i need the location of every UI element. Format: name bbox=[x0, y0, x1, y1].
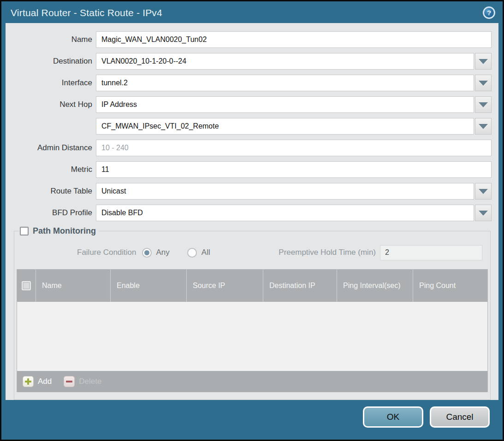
interface-dropdown-button[interactable] bbox=[475, 75, 492, 91]
chevron-down-icon bbox=[479, 189, 488, 194]
next-hop-address-dropdown-button[interactable] bbox=[475, 118, 492, 135]
preemptive-hold-time-label: Preemptive Hold Time (min) bbox=[279, 248, 376, 257]
metric-input[interactable] bbox=[96, 161, 492, 178]
failure-condition-label: Failure Condition bbox=[77, 248, 136, 257]
metric-label: Metric bbox=[7, 165, 96, 174]
form-row-bfd-profile: BFD Profile bbox=[7, 205, 492, 221]
next-hop-type-dropdown-button[interactable] bbox=[475, 96, 492, 113]
preemptive-hold-time-input[interactable] bbox=[380, 245, 482, 260]
failure-condition-all-label: All bbox=[202, 248, 210, 257]
table-body-empty bbox=[17, 302, 487, 371]
form-row-admin-distance: Admin Distance bbox=[7, 140, 492, 156]
form-row-metric: Metric bbox=[7, 161, 492, 178]
destination-label: Destination bbox=[7, 57, 96, 66]
form-row-destination: Destination bbox=[7, 53, 492, 70]
form-row-route-table: Route Table bbox=[7, 183, 492, 200]
radio-selected-dot bbox=[144, 250, 149, 255]
route-table-input[interactable] bbox=[96, 183, 474, 200]
dialog-titlebar: Virtual Router - Static Route - IPv4 ? bbox=[1, 1, 503, 23]
table-header-source-ip: Source IP bbox=[186, 270, 263, 302]
ok-button[interactable]: OK bbox=[363, 406, 423, 428]
admin-distance-label: Admin Distance bbox=[7, 143, 96, 153]
failure-condition-all-radio[interactable] bbox=[187, 248, 197, 258]
failure-condition-row: Failure Condition Any All Preemptive Hol… bbox=[17, 244, 482, 261]
interface-label: Interface bbox=[7, 78, 96, 88]
next-hop-address-input[interactable] bbox=[96, 118, 474, 135]
next-hop-type-input[interactable] bbox=[96, 96, 474, 113]
bfd-profile-input[interactable] bbox=[96, 205, 474, 221]
delete-button-label: Delete bbox=[79, 377, 101, 386]
destination-input[interactable] bbox=[96, 53, 474, 70]
chevron-down-icon bbox=[479, 59, 488, 64]
interface-input[interactable] bbox=[96, 75, 474, 91]
failure-condition-any-label: Any bbox=[156, 248, 170, 257]
failure-condition-all: All bbox=[187, 248, 210, 258]
table-header-ping-count: Ping Count bbox=[413, 270, 487, 302]
name-input[interactable] bbox=[96, 31, 492, 48]
dialog-footer: OK Cancel bbox=[1, 400, 503, 440]
form-row-interface: Interface bbox=[7, 75, 492, 91]
add-button[interactable]: Add bbox=[23, 376, 52, 387]
minus-icon bbox=[64, 376, 75, 387]
table-toolbar: Add Delete bbox=[17, 371, 487, 392]
table-header-checkbox-cell bbox=[17, 270, 36, 302]
chevron-down-icon bbox=[479, 124, 488, 129]
route-table-label: Route Table bbox=[7, 187, 96, 196]
chevron-down-icon bbox=[479, 81, 488, 86]
table-header-name: Name bbox=[36, 270, 110, 302]
help-icon[interactable]: ? bbox=[483, 6, 495, 19]
admin-distance-input[interactable] bbox=[96, 140, 492, 156]
table-header-destination-ip: Destination IP bbox=[263, 270, 337, 302]
table-header-enable: Enable bbox=[110, 270, 186, 302]
path-monitoring-title: Path Monitoring bbox=[33, 226, 96, 236]
chevron-down-icon bbox=[479, 102, 488, 107]
path-monitoring-section: Path Monitoring Failure Condition Any Al… bbox=[14, 226, 491, 400]
form-row-next-hop-address bbox=[7, 118, 492, 135]
route-table-dropdown-button[interactable] bbox=[475, 183, 492, 200]
table-header-row: Name Enable Source IP Destination IP Pin… bbox=[17, 270, 487, 302]
name-label: Name bbox=[7, 35, 96, 44]
failure-condition-any: Any bbox=[142, 248, 170, 258]
dialog-content: Name Destination Interface bbox=[6, 23, 498, 400]
path-monitoring-checkbox[interactable] bbox=[20, 227, 29, 235]
path-monitoring-legend: Path Monitoring bbox=[19, 226, 99, 236]
failure-condition-any-radio[interactable] bbox=[142, 248, 152, 258]
plus-icon bbox=[23, 376, 34, 387]
table-header-ping-interval: Ping Interval(sec) bbox=[337, 270, 413, 302]
bfd-profile-label: BFD Profile bbox=[7, 208, 96, 218]
dialog-title: Virtual Router - Static Route - IPv4 bbox=[11, 7, 162, 18]
path-monitoring-table: Name Enable Source IP Destination IP Pin… bbox=[17, 269, 488, 392]
form-row-next-hop: Next Hop bbox=[7, 96, 492, 113]
select-all-checkbox[interactable] bbox=[22, 281, 31, 290]
bfd-profile-dropdown-button[interactable] bbox=[475, 205, 492, 221]
next-hop-label: Next Hop bbox=[7, 100, 96, 109]
chevron-down-icon bbox=[479, 211, 488, 216]
static-route-dialog: Virtual Router - Static Route - IPv4 ? N… bbox=[0, 0, 504, 441]
add-button-label: Add bbox=[38, 377, 52, 386]
destination-dropdown-button[interactable] bbox=[475, 53, 492, 70]
delete-button[interactable]: Delete bbox=[64, 376, 101, 387]
form-row-name: Name bbox=[7, 31, 492, 48]
cancel-button[interactable]: Cancel bbox=[430, 406, 490, 428]
